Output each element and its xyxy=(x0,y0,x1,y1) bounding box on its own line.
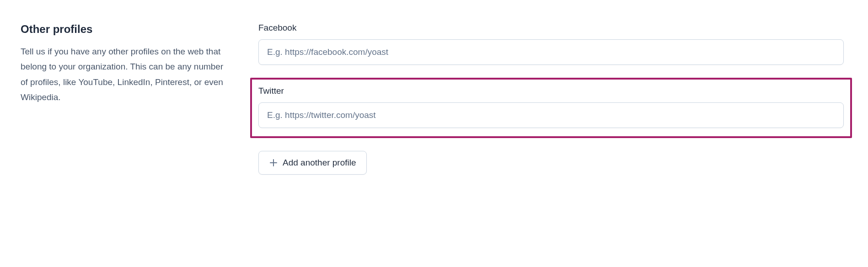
field-group-twitter: Twitter xyxy=(250,78,852,138)
facebook-input[interactable] xyxy=(258,39,844,65)
field-group-facebook: Facebook xyxy=(258,23,844,65)
facebook-label: Facebook xyxy=(258,23,844,33)
add-another-profile-label: Add another profile xyxy=(283,158,356,168)
twitter-input[interactable] xyxy=(258,102,844,128)
add-another-profile-button[interactable]: Add another profile xyxy=(258,151,367,175)
section-title: Other profiles xyxy=(21,23,231,36)
twitter-label: Twitter xyxy=(258,86,844,96)
plus-icon xyxy=(269,158,278,167)
section-description: Tell us if you have any other profiles o… xyxy=(21,44,231,105)
